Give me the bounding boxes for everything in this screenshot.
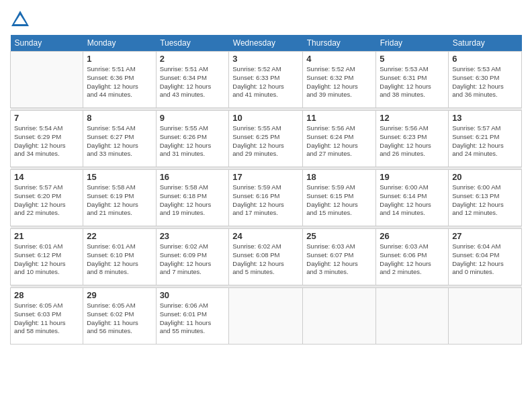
day-info: Sunrise: 5:55 AM Sunset: 6:25 PM Dayligh…	[232, 124, 299, 158]
calendar-cell: 19Sunrise: 6:00 AM Sunset: 6:14 PM Dayli…	[376, 170, 449, 226]
day-number: 4	[306, 54, 372, 64]
day-info: Sunrise: 5:53 AM Sunset: 6:30 PM Dayligh…	[452, 65, 518, 99]
day-number: 16	[160, 172, 226, 182]
day-info: Sunrise: 6:02 AM Sunset: 6:08 PM Dayligh…	[232, 242, 299, 277]
calendar-cell: 25Sunrise: 6:03 AM Sunset: 6:07 PM Dayli…	[303, 229, 376, 285]
day-info: Sunrise: 5:56 AM Sunset: 6:24 PM Dayligh…	[306, 124, 372, 158]
day-number: 27	[452, 231, 518, 241]
calendar-cell: 7Sunrise: 5:54 AM Sunset: 6:29 PM Daylig…	[11, 111, 83, 167]
day-number: 26	[380, 231, 445, 241]
day-info: Sunrise: 6:00 AM Sunset: 6:14 PM Dayligh…	[380, 183, 445, 218]
day-number: 2	[160, 54, 226, 64]
calendar-cell: 9Sunrise: 5:55 AM Sunset: 6:26 PM Daylig…	[156, 111, 229, 167]
calendar-cell: 2Sunrise: 5:51 AM Sunset: 6:34 PM Daylig…	[156, 52, 229, 108]
day-number: 9	[160, 113, 226, 123]
day-info: Sunrise: 5:54 AM Sunset: 6:27 PM Dayligh…	[87, 124, 152, 158]
calendar-cell: 8Sunrise: 5:54 AM Sunset: 6:27 PM Daylig…	[83, 111, 156, 167]
header-thursday: Thursday	[303, 35, 376, 52]
day-number: 25	[306, 231, 372, 241]
header-friday: Friday	[376, 35, 449, 52]
day-number: 20	[452, 172, 518, 182]
calendar-week-row: 1Sunrise: 5:51 AM Sunset: 6:36 PM Daylig…	[11, 52, 522, 108]
calendar-cell: 16Sunrise: 5:58 AM Sunset: 6:18 PM Dayli…	[156, 170, 229, 226]
day-info: Sunrise: 5:56 AM Sunset: 6:23 PM Dayligh…	[380, 124, 445, 158]
day-number: 11	[306, 113, 372, 123]
day-number: 23	[160, 231, 226, 241]
day-number: 28	[14, 290, 79, 300]
day-info: Sunrise: 5:57 AM Sunset: 6:21 PM Dayligh…	[452, 124, 518, 158]
calendar-cell	[449, 288, 522, 345]
calendar-cell: 14Sunrise: 5:57 AM Sunset: 6:20 PM Dayli…	[11, 170, 83, 226]
day-info: Sunrise: 6:06 AM Sunset: 6:01 PM Dayligh…	[160, 302, 226, 336]
logo	[10, 9, 33, 30]
calendar-cell: 13Sunrise: 5:57 AM Sunset: 6:21 PM Dayli…	[449, 111, 522, 167]
calendar-cell: 15Sunrise: 5:58 AM Sunset: 6:19 PM Dayli…	[83, 170, 156, 226]
calendar-cell: 12Sunrise: 5:56 AM Sunset: 6:23 PM Dayli…	[376, 111, 449, 167]
day-number: 8	[87, 113, 152, 123]
calendar-header-row: Sunday Monday Tuesday Wednesday Thursday…	[11, 35, 522, 52]
calendar-week-row: 7Sunrise: 5:54 AM Sunset: 6:29 PM Daylig…	[11, 111, 522, 167]
day-info: Sunrise: 5:51 AM Sunset: 6:36 PM Dayligh…	[87, 65, 152, 99]
day-number: 13	[452, 113, 518, 123]
day-number: 18	[306, 172, 372, 182]
day-number: 17	[232, 172, 299, 182]
calendar-cell: 10Sunrise: 5:55 AM Sunset: 6:25 PM Dayli…	[229, 111, 303, 167]
day-number: 21	[14, 231, 79, 241]
day-number: 15	[87, 172, 152, 182]
day-info: Sunrise: 6:05 AM Sunset: 6:03 PM Dayligh…	[14, 302, 79, 336]
day-number: 19	[380, 172, 445, 182]
day-info: Sunrise: 5:53 AM Sunset: 6:31 PM Dayligh…	[380, 65, 445, 99]
calendar-cell: 6Sunrise: 5:53 AM Sunset: 6:30 PM Daylig…	[449, 52, 522, 108]
calendar-cell	[303, 288, 376, 345]
calendar-cell: 22Sunrise: 6:01 AM Sunset: 6:10 PM Dayli…	[83, 229, 156, 285]
day-number: 22	[87, 231, 152, 241]
day-number: 24	[232, 231, 299, 241]
header-tuesday: Tuesday	[156, 35, 229, 52]
day-info: Sunrise: 6:02 AM Sunset: 6:09 PM Dayligh…	[160, 242, 226, 277]
day-info: Sunrise: 5:52 AM Sunset: 6:33 PM Dayligh…	[232, 65, 299, 99]
day-info: Sunrise: 5:58 AM Sunset: 6:19 PM Dayligh…	[87, 183, 152, 218]
calendar-cell	[11, 52, 83, 108]
calendar-cell: 21Sunrise: 6:01 AM Sunset: 6:12 PM Dayli…	[11, 229, 83, 285]
calendar-cell: 26Sunrise: 6:03 AM Sunset: 6:06 PM Dayli…	[376, 229, 449, 285]
day-info: Sunrise: 5:58 AM Sunset: 6:18 PM Dayligh…	[160, 183, 226, 218]
day-info: Sunrise: 6:05 AM Sunset: 6:02 PM Dayligh…	[87, 302, 152, 336]
calendar-cell: 24Sunrise: 6:02 AM Sunset: 6:08 PM Dayli…	[229, 229, 303, 285]
calendar-cell	[376, 288, 449, 345]
header-monday: Monday	[83, 35, 156, 52]
calendar-cell: 20Sunrise: 6:00 AM Sunset: 6:13 PM Dayli…	[449, 170, 522, 226]
calendar-cell	[229, 288, 303, 345]
day-info: Sunrise: 6:01 AM Sunset: 6:12 PM Dayligh…	[14, 242, 79, 277]
calendar-cell: 1Sunrise: 5:51 AM Sunset: 6:36 PM Daylig…	[83, 52, 156, 108]
day-info: Sunrise: 5:59 AM Sunset: 6:16 PM Dayligh…	[232, 183, 299, 218]
calendar-week-row: 21Sunrise: 6:01 AM Sunset: 6:12 PM Dayli…	[11, 229, 522, 285]
day-number: 7	[14, 113, 79, 123]
day-number: 30	[160, 290, 226, 300]
day-info: Sunrise: 5:51 AM Sunset: 6:34 PM Dayligh…	[160, 65, 226, 99]
calendar-cell: 11Sunrise: 5:56 AM Sunset: 6:24 PM Dayli…	[303, 111, 376, 167]
calendar-week-row: 14Sunrise: 5:57 AM Sunset: 6:20 PM Dayli…	[11, 170, 522, 226]
day-number: 5	[380, 54, 445, 64]
day-number: 12	[380, 113, 445, 123]
day-info: Sunrise: 5:57 AM Sunset: 6:20 PM Dayligh…	[14, 183, 79, 218]
day-info: Sunrise: 5:52 AM Sunset: 6:32 PM Dayligh…	[306, 65, 372, 99]
day-number: 29	[87, 290, 152, 300]
day-number: 1	[87, 54, 152, 64]
day-info: Sunrise: 5:59 AM Sunset: 6:15 PM Dayligh…	[306, 183, 372, 218]
page-container: Sunday Monday Tuesday Wednesday Thursday…	[0, 0, 532, 351]
day-info: Sunrise: 6:03 AM Sunset: 6:07 PM Dayligh…	[306, 242, 372, 277]
day-info: Sunrise: 6:01 AM Sunset: 6:10 PM Dayligh…	[87, 242, 152, 277]
calendar-cell: 27Sunrise: 6:04 AM Sunset: 6:04 PM Dayli…	[449, 229, 522, 285]
day-info: Sunrise: 6:00 AM Sunset: 6:13 PM Dayligh…	[452, 183, 518, 218]
calendar-cell: 29Sunrise: 6:05 AM Sunset: 6:02 PM Dayli…	[83, 288, 156, 345]
calendar-cell: 17Sunrise: 5:59 AM Sunset: 6:16 PM Dayli…	[229, 170, 303, 226]
day-number: 10	[232, 113, 299, 123]
header-wednesday: Wednesday	[229, 35, 303, 52]
calendar-cell: 30Sunrise: 6:06 AM Sunset: 6:01 PM Dayli…	[156, 288, 229, 345]
calendar-table: Sunday Monday Tuesday Wednesday Thursday…	[10, 35, 522, 345]
calendar-cell: 23Sunrise: 6:02 AM Sunset: 6:09 PM Dayli…	[156, 229, 229, 285]
calendar-cell: 18Sunrise: 5:59 AM Sunset: 6:15 PM Dayli…	[303, 170, 376, 226]
calendar-cell: 4Sunrise: 5:52 AM Sunset: 6:32 PM Daylig…	[303, 52, 376, 108]
header	[10, 7, 522, 30]
day-info: Sunrise: 6:03 AM Sunset: 6:06 PM Dayligh…	[380, 242, 445, 277]
